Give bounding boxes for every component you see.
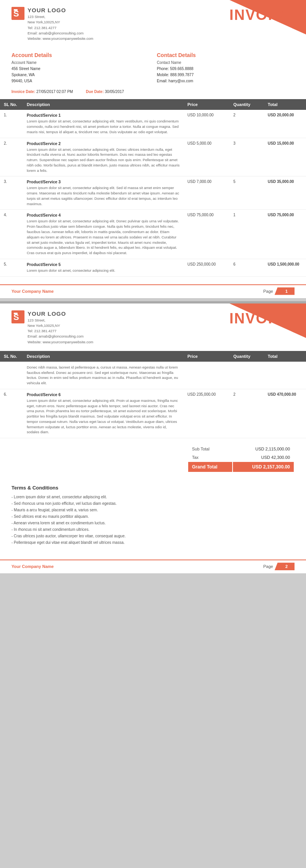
logo-icon: S xyxy=(11,7,24,20)
item-price: USD 75,000.00 xyxy=(184,210,230,259)
item-qty: 6 xyxy=(230,259,264,276)
item-description: Product/Service 1 Lorem ipsum dolor sit … xyxy=(23,110,184,138)
item-name: Product/Service 1 xyxy=(27,113,180,117)
terms-item: Sed ultrices erat eu mauris porttitor al… xyxy=(11,513,295,520)
item-num: 5. xyxy=(0,259,23,276)
item-price: USD 250,000.00 xyxy=(184,259,230,276)
item-total: USD 15,000.00 xyxy=(264,138,306,176)
item-qty: 5 xyxy=(230,176,264,210)
item-description: Product/Service 4 Lorem ipsum dolor sit … xyxy=(23,210,184,259)
col-total: Total xyxy=(264,99,306,110)
item-num: 3. xyxy=(0,176,23,210)
subtotal-value: USD 2,115,000.00 xyxy=(233,445,294,453)
col-description: Description xyxy=(23,99,184,110)
account-details-heading: Account Details xyxy=(11,52,149,58)
logo-area-p2: S YOUR LOGO 123 Street, New York,10025,N… xyxy=(11,310,93,345)
subtotal-label: Sub Total xyxy=(188,445,232,453)
tax-value: USD 42,300.00 xyxy=(233,454,294,461)
table-row-continuation: Donec nibh massa, laoreet id pellentesqu… xyxy=(0,362,306,389)
contact-name-label: Contact Name xyxy=(157,60,295,66)
footer-page-block-p2: Page 2 xyxy=(263,563,295,570)
item-qty: 2 xyxy=(230,110,264,138)
account-city: Spokane, WA xyxy=(11,72,149,78)
footer-page-block: Page 1 xyxy=(263,287,295,295)
cont-desc: Donec nibh massa, laoreet id pellentesqu… xyxy=(27,365,178,385)
item-desc: Lorem ipsum dolor sit amet, consectetur … xyxy=(27,119,179,134)
footer-page-num-bg-p2: 2 xyxy=(275,563,295,570)
item-price: USD 235,000.00 xyxy=(184,389,230,438)
col-slno: SL No. xyxy=(0,99,23,110)
col-price-p2: Price xyxy=(184,351,230,362)
grand-total-label: Grand Total xyxy=(188,462,232,472)
terms-item: In rhoncus mi sit amet condimentum ultri… xyxy=(11,526,295,533)
due-date-value: 30/05/2017 xyxy=(105,90,124,94)
table-row: 6. Product/Service 6 Lorem ipsum dolor s… xyxy=(0,389,306,438)
invoice-title-block-p2: INVOICE xyxy=(230,310,295,327)
footer-page-label: Page xyxy=(263,289,273,294)
item-desc: Lorem ipsum dolor sit amet, consectetur … xyxy=(27,147,180,173)
table-row: 4. Product/Service 4 Lorem ipsum dolor s… xyxy=(0,210,306,259)
col-quantity: Quantity xyxy=(230,99,264,110)
item-total: USD 20,000.00 xyxy=(264,110,306,138)
company-info: 123 Street, New York,10025,NY Tel: 212.3… xyxy=(28,14,93,41)
item-total: USD 470,000.00 xyxy=(264,389,306,438)
tax-label: Tax xyxy=(188,454,232,461)
item-description: Product/Service 6 Lorem ipsum dolor sit … xyxy=(23,389,184,438)
invoice-title-block: INVOICE xyxy=(230,7,295,23)
terms-section: Terms & Conditions Lorem ipsum dolor sit… xyxy=(0,479,306,552)
logo-text-block-p2: YOUR LOGO 123 Street, New York,10025,NY … xyxy=(28,310,93,345)
account-name-value: 456 Street Name xyxy=(11,66,149,72)
company-address2: New York,10025,NY xyxy=(28,20,93,25)
col-total-p2: Total xyxy=(264,351,306,362)
page1-bottom-pad xyxy=(0,295,306,298)
contact-email-label: Email: xyxy=(157,79,168,83)
cont-description: Donec nibh massa, laoreet id pellentesqu… xyxy=(23,362,184,389)
company-email-p2: Email: arnab@glionconsulting.com xyxy=(28,334,93,339)
company-address2-p2: New York,10025,NY xyxy=(28,323,93,328)
item-qty: 1 xyxy=(230,210,264,259)
table-row: 5. Product/Service 5 Lorem ipsum dolor s… xyxy=(0,259,306,276)
invoice-title: INVOICE xyxy=(230,7,295,23)
totals-table: Sub Total USD 2,115,000.00 Tax USD 42,30… xyxy=(187,444,295,473)
cont-qty xyxy=(230,362,264,389)
col-description-p2: Description xyxy=(23,351,184,362)
item-total: USD 75,000.00 xyxy=(264,210,306,259)
details-section: Account Details Account Name 456 Street … xyxy=(0,46,306,87)
item-desc: Lorem ipsum dolor sit amet, consectetur … xyxy=(27,268,115,272)
totals-section: Sub Total USD 2,115,000.00 Tax USD 42,30… xyxy=(0,438,306,479)
company-address1-p2: 123 Street, xyxy=(28,318,93,323)
logo-name-p2: YOUR LOGO xyxy=(28,310,93,317)
cont-price xyxy=(184,362,230,389)
item-description: Product/Service 5 Lorem ipsum dolor sit … xyxy=(23,259,184,276)
contact-mobile-label: Mobile: xyxy=(157,73,169,77)
company-tel-p2: Tel: 212.381.4277 xyxy=(28,328,93,334)
terms-item: Cras ultrices justo auctor, ullamcorper … xyxy=(11,533,295,539)
logo-icon-p2: S xyxy=(11,310,24,323)
invoice-table: SL No. Description Price Quantity Total … xyxy=(0,99,306,276)
contact-phone-value: 509.665.8888 xyxy=(170,67,193,71)
company-tel: Tel: 212.381.4277 xyxy=(28,25,93,31)
col-quantity-p2: Quantity xyxy=(230,351,264,362)
invoice-table-p2: SL No. Description Price Quantity Total … xyxy=(0,351,306,438)
cont-total xyxy=(264,362,306,389)
company-website-p2: Website: www.yourcompanywebsite.com xyxy=(28,339,93,345)
company-info-p2: 123 Street, New York,10025,NY Tel: 212.3… xyxy=(28,318,93,345)
logo-area: S YOUR LOGO 123 Street, New York,10025,N… xyxy=(11,7,93,41)
account-name-label: Account Name xyxy=(11,60,149,66)
contact-phone-label: Phone: xyxy=(157,67,169,71)
item-name: Product/Service 3 xyxy=(27,179,180,184)
footer-page-num-bg: 1 xyxy=(275,287,295,295)
terms-item: Lorem ipsum dolor sit amet, consectetur … xyxy=(11,494,295,500)
item-description: Product/Service 3 Lorem ipsum dolor sit … xyxy=(23,176,184,210)
item-desc: Lorem ipsum dolor sit amet, consectetur … xyxy=(27,186,179,206)
table-row: 3. Product/Service 3 Lorem ipsum dolor s… xyxy=(0,176,306,210)
item-desc: Lorem ipsum dolor sit amet, consectetur … xyxy=(27,219,179,255)
item-num: 4. xyxy=(0,210,23,259)
item-desc: Lorem ipsum dolor sit amet, consectetur … xyxy=(27,398,178,434)
grand-total-value: USD 2,157,300.00 xyxy=(233,462,294,472)
terms-item: Mauris a arcu feugiat, placerat velit a,… xyxy=(11,507,295,513)
item-qty: 2 xyxy=(230,389,264,438)
cont-num xyxy=(0,362,23,389)
account-zip-country: 99440, USA xyxy=(11,78,149,84)
item-name: Product/Service 6 xyxy=(27,392,180,397)
